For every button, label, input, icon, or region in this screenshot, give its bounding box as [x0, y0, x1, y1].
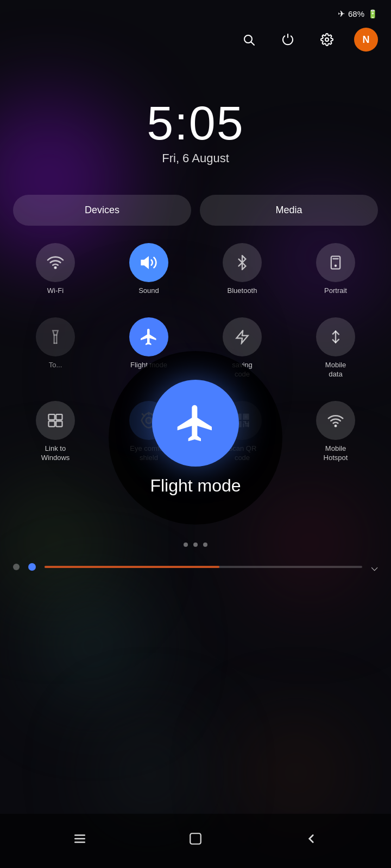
sound-label: Sound [138, 286, 159, 296]
progress-row: ⌵ [0, 556, 391, 578]
pagination-dots [0, 525, 391, 556]
devices-tab[interactable]: Devices [13, 195, 191, 226]
mobiledata-label: Mobiledata [325, 361, 346, 379]
svg-rect-34 [190, 833, 201, 844]
portrait-label: Portrait [324, 286, 347, 296]
mobiledata-icon-circle [316, 317, 355, 356]
tab-buttons: Devices Media [0, 182, 391, 234]
hotspot-label: MobileHotspot [324, 444, 348, 463]
svg-point-2 [325, 38, 329, 41]
flight-overlay-label: Flight mode [150, 475, 241, 496]
notification-avatar[interactable]: N [354, 28, 378, 52]
powersaving-icon-circle [223, 317, 262, 356]
flight-mode-overlay[interactable]: Flight mode [119, 380, 272, 496]
brightness-bar[interactable] [45, 566, 362, 568]
qs-wifi[interactable]: Wi-Fi [13, 243, 98, 296]
sound-icon-circle [129, 243, 168, 282]
battery-icon: 🔋 [368, 9, 378, 19]
svg-rect-11 [56, 414, 62, 419]
bluetooth-label: Bluetooth [228, 286, 257, 296]
top-actions: N [0, 23, 391, 56]
qs-sound[interactable]: Sound [106, 243, 191, 296]
qs-hotspot[interactable]: MobileHotspot [293, 401, 378, 463]
quick-settings-row1: Wi-Fi Sound Bluetooth P [0, 234, 391, 304]
brightness-fill [45, 566, 219, 568]
recent-apps-button[interactable] [64, 822, 96, 855]
home-button[interactable] [179, 822, 212, 855]
clock-time: 5:05 [0, 99, 391, 147]
svg-line-1 [251, 42, 255, 46]
power-button[interactable] [276, 28, 300, 52]
page-dot-1 [184, 542, 188, 547]
page-dot-3 [203, 542, 207, 547]
portrait-icon-circle [316, 243, 355, 282]
wifi-label: Wi-Fi [47, 286, 64, 296]
svg-rect-12 [49, 421, 55, 426]
clock-section: 5:05 Fri, 6 August [0, 56, 391, 182]
qs-bluetooth[interactable]: Bluetooth [200, 243, 285, 296]
bluetooth-icon-circle [223, 243, 262, 282]
chevron-down-button[interactable]: ⌵ [371, 560, 378, 574]
qs-torch[interactable]: To... [13, 317, 98, 379]
svg-marker-4 [142, 258, 148, 268]
torch-label: To... [49, 361, 62, 370]
progress-dot-inactive [13, 564, 20, 570]
qs-mobiledata[interactable]: Mobiledata [293, 317, 378, 379]
battery-percentage: 68% [348, 9, 364, 18]
status-icons: ✈ 68% 🔋 [338, 9, 378, 19]
back-button[interactable] [295, 822, 327, 855]
media-tab[interactable]: Media [200, 195, 378, 226]
svg-rect-10 [49, 414, 55, 419]
flight-icon-circle [129, 317, 168, 356]
settings-button[interactable] [315, 28, 339, 52]
status-bar: ✈ 68% 🔋 [0, 0, 391, 23]
svg-point-30 [335, 425, 337, 426]
search-button[interactable] [237, 28, 261, 52]
airplane-icon: ✈ [338, 9, 345, 19]
svg-rect-13 [56, 421, 62, 426]
torch-icon-circle [36, 317, 75, 356]
qs-linkwindows[interactable]: Link toWindows [13, 401, 98, 463]
svg-point-3 [55, 267, 56, 269]
bottom-nav [0, 814, 391, 868]
hotspot-icon-circle [316, 401, 355, 440]
page-dot-2 [193, 542, 198, 547]
linkwindows-label: Link toWindows [41, 444, 70, 463]
linkwindows-icon-circle [36, 401, 75, 440]
svg-point-6 [335, 265, 336, 266]
clock-date: Fri, 6 August [0, 151, 391, 165]
wifi-icon-circle [36, 243, 75, 282]
qs-portrait[interactable]: Portrait [293, 243, 378, 296]
flight-big-circle [152, 380, 239, 467]
progress-dot-active [28, 563, 36, 571]
